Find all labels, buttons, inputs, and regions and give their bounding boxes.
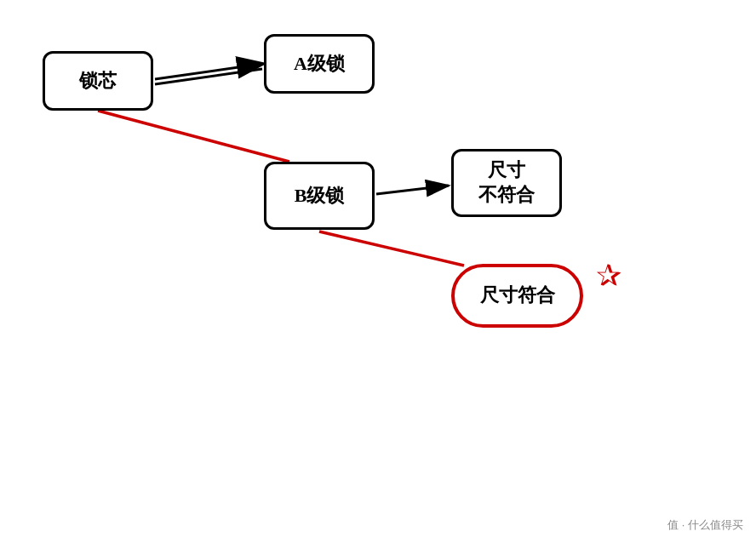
star-icon: ✰: [596, 258, 621, 294]
node-suoxin-label: 锁芯: [79, 69, 117, 94]
node-size-yes-label: 尺寸符合: [480, 283, 555, 308]
watermark-text: 值 · 什么值得买: [667, 518, 743, 531]
node-b-lock: B级锁: [264, 162, 375, 230]
svg-line-6: [319, 231, 464, 266]
node-b-label: B级锁: [295, 184, 345, 209]
node-a-lock: A级锁: [264, 34, 375, 94]
diagram-container: 锁芯 A级锁 B级锁 尺寸不符合 尺寸符合 ✰ 值 · 什么值得买: [0, 0, 756, 543]
svg-line-5: [376, 186, 449, 194]
watermark: 值 · 什么值得买: [667, 517, 743, 533]
node-size-no-label: 尺寸不符合: [478, 158, 535, 207]
node-a-label: A级锁: [294, 52, 345, 77]
node-size-no: 尺寸不符合: [451, 149, 562, 217]
svg-line-2: [155, 64, 262, 79]
svg-line-4: [98, 111, 289, 162]
svg-line-3: [155, 69, 262, 84]
node-suoxin: 锁芯: [43, 51, 153, 111]
node-size-yes: 尺寸符合: [451, 264, 583, 328]
